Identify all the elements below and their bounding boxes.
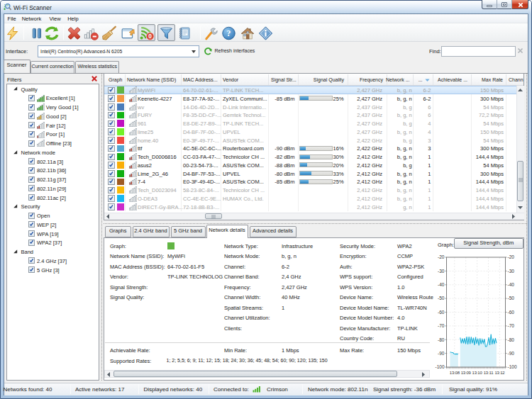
svg-text:-20: -20 [508, 254, 515, 259]
svg-text:-30: -30 [508, 269, 515, 274]
svg-text:?: ? [227, 28, 231, 38]
svg-text:-80: -80 [438, 337, 445, 342]
svg-text:-40: -40 [508, 282, 515, 287]
svg-text:13:12: 13:12 [494, 371, 505, 375]
svg-text:-50: -50 [508, 296, 515, 300]
svg-text:-40: -40 [438, 282, 445, 287]
svg-text:-70: -70 [438, 323, 445, 328]
svg-text:13:10: 13:10 [472, 371, 483, 375]
svg-text:-90: -90 [438, 351, 445, 356]
svg-text:-90: -90 [508, 351, 515, 356]
svg-text:13:11: 13:11 [484, 371, 494, 375]
svg-text:13:08: 13:08 [450, 371, 460, 375]
svg-text:-20: -20 [438, 254, 445, 259]
svg-text:-80: -80 [508, 337, 515, 342]
svg-text:-60: -60 [508, 310, 515, 315]
svg-text:-30: -30 [438, 269, 445, 274]
svg-text:-100: -100 [435, 364, 444, 369]
svg-text:-100: -100 [508, 364, 517, 369]
svg-text:0: 0 [148, 33, 152, 40]
svg-text:-70: -70 [508, 323, 515, 328]
svg-text:-60: -60 [438, 310, 445, 315]
svg-text:-50: -50 [438, 296, 445, 300]
svg-text:13:09: 13:09 [461, 371, 472, 375]
